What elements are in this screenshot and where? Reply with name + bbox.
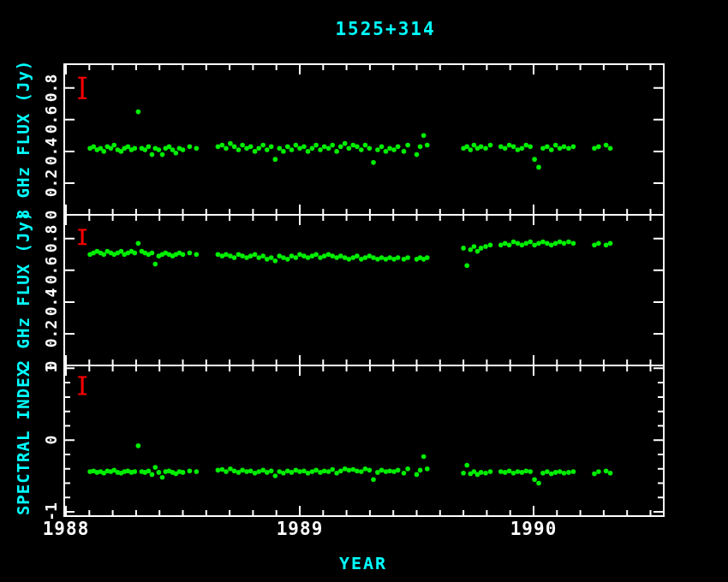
- x-tick-label-1990: 1990: [510, 519, 558, 539]
- y-tick-label: 0: [42, 436, 60, 445]
- y-tick-label: 1: [42, 364, 60, 373]
- y-tick-label: 0.4: [42, 138, 60, 166]
- y-tick-label: 0.4: [42, 288, 60, 317]
- plot-title: 1525+314: [335, 19, 435, 39]
- plot-canvas: [0, 0, 728, 582]
- y-tick-label: 0.8: [42, 225, 60, 253]
- y-tick-label: 0.2: [42, 169, 60, 198]
- x-tick-label-1988: 1988: [43, 519, 90, 539]
- light-curve-figure: 1525+314 8 GHz FLUX (Jy) 2 GHz FLUX (Jy)…: [0, 0, 728, 582]
- y-tick-label: 0: [42, 211, 60, 220]
- y-tick-label: 0.6: [42, 257, 60, 285]
- y-tick-label: 0.6: [42, 106, 60, 134]
- y-axis-title-2ghz: 2 GHz FLUX (Jy): [14, 211, 33, 371]
- y-axis-title-8ghz: 8 GHz FLUX (Jy): [14, 60, 33, 220]
- x-tick-label-1989: 1989: [277, 519, 324, 539]
- y-tick-label: 0.2: [42, 320, 60, 348]
- x-axis-title: YEAR: [339, 553, 387, 573]
- y-tick-label: 0.8: [42, 74, 60, 103]
- y-axis-title-spectral-index: SPECTRAL INDEX: [14, 366, 33, 515]
